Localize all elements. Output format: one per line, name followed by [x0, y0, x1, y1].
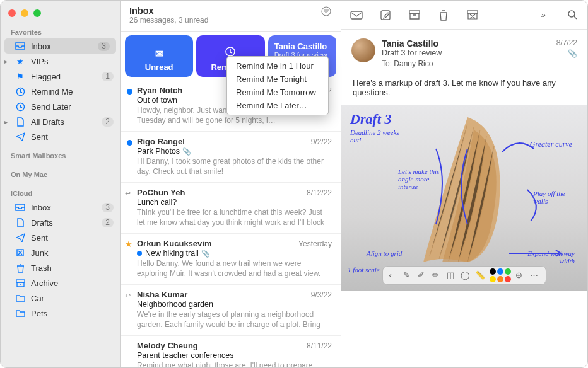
menu-item[interactable]: Remind Me Later… [227, 99, 328, 112]
unread-dot [127, 89, 132, 95]
star-icon: ★ [125, 239, 132, 249]
svg-point-10 [568, 11, 575, 17]
sidebar-item-vips[interactable]: ▸ ★ VIPs [1, 54, 120, 69]
message-subject: Parent teacher conferences [137, 351, 332, 360]
message-preview: Hello Danny, We found a new trail when w… [137, 258, 332, 279]
eraser-icon[interactable]: ◫ [447, 270, 457, 280]
card-unread[interactable]: ✉︎ Unread [125, 35, 193, 77]
message-from: Melody Cheung [137, 341, 198, 350]
sidebar-item-label: Car [31, 294, 44, 303]
card-from: Tania Castillo [274, 42, 327, 51]
back-icon[interactable]: ‹ [389, 270, 399, 280]
toolbar: » [341, 1, 587, 30]
sidebar-item-label: Trash [31, 263, 52, 273]
section-icloud: iCloud [1, 187, 120, 200]
close-window[interactable] [8, 9, 16, 17]
sidebar-item-label: VIPs [31, 57, 48, 66]
message-date: 9/2/22 [311, 137, 332, 146]
window-controls [1, 3, 120, 26]
message-subject: Draft 3 for review [382, 49, 550, 57]
sidebar-item-label: Junk [31, 248, 48, 258]
message-subject: Lunch call? [137, 198, 332, 207]
compose-button[interactable] [377, 6, 394, 24]
sidebar-item-icloud-junk[interactable]: Junk [1, 245, 120, 260]
unread-dot [137, 251, 142, 256]
sidebar-item-sendlater[interactable]: Send Later [1, 99, 120, 114]
get-mail-button[interactable] [348, 6, 365, 24]
search-button[interactable] [563, 6, 581, 24]
message-from: Nisha Kumar [137, 290, 187, 299]
lasso-icon[interactable]: ◯ [461, 270, 471, 280]
markup-toolbar[interactable]: ‹ ✎ ✐ ✏︎ ◫ ◯ 📏 ⊕ ⋯ [382, 266, 546, 285]
sidebar-item-folder-pets[interactable]: Pets [1, 306, 120, 321]
avatar [351, 38, 375, 62]
message-body: Here's a markup of draft 3. Let me know … [341, 74, 587, 101]
ruler-icon[interactable]: 📏 [475, 270, 485, 280]
color-palette[interactable] [490, 268, 511, 282]
message-to[interactable]: Danny Rico [394, 59, 433, 68]
minimize-window[interactable] [21, 9, 28, 17]
message-row[interactable]: ↩︎Nisha Kumar9/3/22Neighborhood gardenWe… [121, 285, 341, 336]
menu-item[interactable]: Remind Me Tomorrow [227, 86, 328, 99]
filter-icon[interactable] [320, 6, 332, 19]
sidebar-item-inbox[interactable]: Inbox 3 [4, 38, 116, 54]
pencil-icon[interactable]: ✏︎ [432, 270, 442, 280]
sidebar-item-label: All Drafts [31, 117, 64, 127]
more-button[interactable]: » [534, 6, 552, 24]
message-subject: New hiking trail📎 [137, 249, 332, 258]
add-icon[interactable]: ⊕ [515, 270, 526, 280]
sidebar-item-remindme[interactable]: Remind Me [1, 84, 120, 99]
sidebar: Favorites Inbox 3 ▸ ★ VIPs ⚑ Flagged 1 R… [1, 1, 121, 367]
reply-icon: ↩︎ [125, 292, 131, 300]
menu-item[interactable]: Remind Me in 1 Hour [227, 59, 328, 72]
sidebar-item-label: Sent [31, 233, 48, 243]
sidebar-item-label: Pets [31, 309, 47, 318]
svg-rect-9 [467, 11, 478, 13]
message-row[interactable]: Melody Cheung8/11/22Parent teacher confe… [121, 336, 341, 367]
delete-button[interactable] [435, 6, 452, 24]
pen-icon[interactable]: ✎ [403, 270, 413, 280]
message-row[interactable]: ★Orkun KucuksevimYesterdayNew hiking tra… [121, 234, 341, 285]
remind-me-menu: Remind Me in 1 Hour Remind Me Tonight Re… [226, 56, 329, 115]
inbox-icon [15, 41, 26, 51]
attachment-image[interactable]: Draft 3 Deadline 2 weeks out! Let's make… [341, 105, 587, 291]
message-row[interactable]: ↩︎PoChun Yeh8/12/22Lunch call?Think you'… [121, 183, 341, 234]
junk-button[interactable] [464, 6, 481, 24]
sidebar-item-icloud-trash[interactable]: Trash [1, 260, 120, 275]
message-date: 9/3/22 [311, 290, 332, 299]
annotation: 1 foot scale [348, 266, 380, 273]
chevron-right-icon[interactable]: ▸ [4, 58, 8, 65]
sidebar-item-sent[interactable]: Sent [1, 129, 120, 144]
message-row[interactable]: Rigo Rangel9/2/22Park Photos📎Hi Danny, I… [121, 132, 341, 183]
message-date: 8/7/22 [556, 38, 577, 47]
sidebar-item-label: Sent [31, 132, 48, 142]
unread-dot [127, 140, 132, 146]
chevron-right-icon[interactable]: ▸ [4, 118, 8, 125]
sidebar-item-alldrafts[interactable]: ▸ All Drafts 2 [1, 114, 120, 129]
sidebar-item-icloud-sent[interactable]: Sent [1, 230, 120, 245]
sidebar-item-icloud-inbox[interactable]: Inbox 3 [1, 200, 120, 215]
attachment-icon: 📎 [201, 250, 210, 258]
document-icon [15, 217, 26, 227]
sidebar-item-flagged[interactable]: ⚑ Flagged 1 [1, 69, 120, 84]
zoom-window[interactable] [33, 9, 41, 17]
marker-icon[interactable]: ✐ [418, 270, 428, 280]
menu-item[interactable]: Remind Me Tonight [227, 72, 328, 86]
more-icon[interactable]: ⋯ [530, 270, 540, 280]
inbox-icon [15, 202, 26, 212]
sidebar-item-icloud-drafts[interactable]: Drafts 2 [1, 215, 120, 230]
message-subject: Park Photos📎 [137, 147, 332, 156]
badge: 1 [102, 72, 114, 81]
annotation: Deadline 2 weeks out! [350, 129, 401, 144]
to-label: To: [382, 59, 392, 68]
clock-send-icon [15, 101, 26, 112]
paperplane-icon [15, 132, 26, 142]
star-icon: ★ [15, 56, 26, 66]
sidebar-item-icloud-archive[interactable]: Archive [1, 275, 120, 290]
sidebar-item-folder-car[interactable]: Car [1, 290, 120, 306]
message-preview: Think you'll be free for a lunchtime cha… [137, 207, 332, 227]
archive-button[interactable] [406, 6, 423, 24]
folder-icon [15, 293, 26, 303]
reader-pane: » Tania Castillo Draft 3 for review To: … [341, 1, 587, 367]
annotation-title: Draft 3 [350, 111, 391, 127]
